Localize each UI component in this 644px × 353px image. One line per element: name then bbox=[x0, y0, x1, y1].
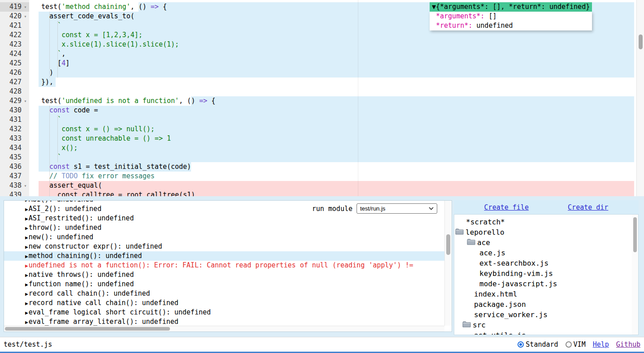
code-editor[interactable]: test('method chaining', () => {assert_co… bbox=[0, 0, 644, 196]
editor-scrollbar-thumb[interactable] bbox=[639, 34, 643, 49]
line-number: 427 bbox=[0, 77, 22, 87]
fold-arrow-icon[interactable]: ▾ bbox=[22, 181, 29, 190]
tree-scrollbar-thumb[interactable] bbox=[633, 217, 637, 252]
tooltip-property-row[interactable]: *return*: undefined bbox=[436, 21, 590, 30]
code-line[interactable]: const unreachable = () => 1 bbox=[0, 134, 644, 143]
tree-directory[interactable]: src bbox=[454, 320, 638, 330]
gutter-row: 438▾ bbox=[0, 181, 29, 190]
code-line[interactable]: const code = bbox=[0, 106, 644, 115]
test-result-item[interactable]: ▶ASI_restrited(): undefined bbox=[4, 214, 444, 223]
test-result-item[interactable]: ▶throw(): undefined bbox=[4, 223, 444, 232]
code-line[interactable] bbox=[0, 87, 644, 96]
fold-arrow-icon[interactable]: ▾ bbox=[22, 12, 29, 21]
results-vscrollbar-thumb[interactable] bbox=[446, 234, 450, 255]
code-line[interactable]: }), bbox=[0, 77, 644, 87]
test-result-item[interactable]: ▶new constructor expr(): undefined bbox=[4, 242, 444, 251]
property-value: undefined bbox=[472, 22, 513, 30]
expand-arrow-icon[interactable]: ▶ bbox=[25, 319, 28, 325]
expand-arrow-icon[interactable]: ▶ bbox=[25, 216, 28, 222]
expand-arrow-icon[interactable]: ▶ bbox=[25, 225, 28, 231]
tree-vertical-scrollbar[interactable] bbox=[632, 215, 638, 335]
test-result-label: ASI(): undefined bbox=[29, 200, 94, 203]
token-number: 4 bbox=[61, 59, 65, 67]
expand-arrow-icon[interactable]: ▶ bbox=[25, 301, 28, 306]
create-dir-link[interactable]: Create dir bbox=[568, 203, 608, 211]
code-line[interactable]: const x = [1,2,3,4]; bbox=[0, 30, 644, 40]
expand-arrow-icon[interactable]: ▶ bbox=[25, 254, 28, 259]
tree-file[interactable]: keybinding-vim.js bbox=[454, 268, 638, 279]
tree-directory[interactable]: ace bbox=[454, 237, 638, 248]
line-number: 431 bbox=[0, 115, 22, 125]
test-result-item[interactable]: ▶method chaining(): undefined bbox=[4, 251, 444, 261]
code-line[interactable]: test('undefined is not a function', () =… bbox=[0, 96, 644, 106]
fold-spacer bbox=[22, 143, 29, 153]
expand-arrow-icon[interactable]: ▶ bbox=[25, 291, 28, 297]
gutter-row: 426 bbox=[0, 68, 29, 77]
expand-arrow-icon[interactable]: ▶ bbox=[25, 200, 28, 203]
results-vertical-scrollbar[interactable] bbox=[444, 201, 452, 326]
fold-arrow-icon[interactable]: ▾ bbox=[22, 2, 29, 12]
expand-arrow-icon[interactable]: ▶ bbox=[25, 272, 28, 278]
expand-arrow-icon[interactable]: ▶ bbox=[25, 235, 28, 241]
collapse-arrow-icon[interactable]: ▼ bbox=[432, 3, 436, 11]
code-line[interactable]: ) bbox=[0, 68, 644, 77]
tree-file[interactable]: package.json bbox=[454, 299, 638, 310]
help-link[interactable]: Help bbox=[593, 340, 609, 349]
tooltip-property-row[interactable]: *arguments*: [] bbox=[436, 12, 590, 21]
test-result-item[interactable]: ▶new(): undefined bbox=[4, 232, 444, 242]
tree-file[interactable]: service_worker.js bbox=[454, 310, 638, 320]
test-result-item[interactable]: ▶record native call chain(): undefined bbox=[4, 298, 444, 308]
fold-arrow-icon[interactable]: ▾ bbox=[22, 96, 29, 106]
tree-directory[interactable]: leporello bbox=[454, 227, 638, 237]
line-number: 428 bbox=[0, 87, 22, 96]
code-line[interactable]: ` bbox=[0, 153, 644, 162]
radio-vim-icon[interactable] bbox=[566, 341, 572, 348]
run-module-select[interactable]: test/run.js bbox=[357, 203, 437, 214]
tree-file[interactable]: ace.js bbox=[454, 248, 638, 258]
github-link[interactable]: Github bbox=[616, 340, 640, 349]
tree-file[interactable]: index.html bbox=[454, 289, 638, 299]
tree-file[interactable]: mode-javascript.js bbox=[454, 279, 638, 289]
radio-standard-icon[interactable] bbox=[518, 341, 524, 348]
tree-file[interactable]: *scratch* bbox=[454, 217, 638, 227]
code-line[interactable]: ` bbox=[0, 115, 644, 125]
test-result-item[interactable]: ▶eval_frame logical short circuit(): und… bbox=[4, 308, 444, 317]
expand-arrow-icon[interactable]: ▶ bbox=[25, 244, 28, 250]
chevron-down-icon bbox=[429, 207, 434, 210]
line-number: 437 bbox=[0, 172, 22, 181]
test-result-item[interactable]: ▶undefined is not a function(): Error: F… bbox=[4, 261, 444, 270]
test-result-label: method chaining(): undefined bbox=[29, 252, 142, 260]
code-line[interactable]: // TODO fix error messages bbox=[0, 172, 644, 181]
expand-arrow-icon[interactable]: ▶ bbox=[25, 207, 28, 212]
code-line[interactable]: const x = () => null(); bbox=[0, 125, 644, 134]
test-result-item[interactable]: ▶native throws(): undefined bbox=[4, 270, 444, 280]
gutter-row: 421 bbox=[0, 21, 29, 30]
code-line[interactable]: x.slice(1).slice(1).slice(1); bbox=[0, 40, 644, 49]
code-line[interactable]: const s1 = test_initial_state(code) bbox=[0, 162, 644, 172]
test-result-item[interactable]: ▶record call chain(): undefined bbox=[4, 289, 444, 298]
tooltip-header[interactable]: ▼{*arguments*: [], *return*: undefined} bbox=[430, 2, 592, 12]
test-result-label: throw(): undefined bbox=[29, 224, 102, 232]
token-keyword: => bbox=[199, 97, 207, 105]
keybinding-standard-option[interactable]: Standard bbox=[518, 340, 558, 349]
code-line[interactable]: assert_equal( bbox=[0, 181, 644, 190]
code-line[interactable]: [4] bbox=[0, 59, 644, 68]
results-horizontal-scrollbar[interactable] bbox=[4, 326, 444, 331]
line-number: 422 bbox=[0, 30, 22, 40]
keybinding-vim-option[interactable]: VIM bbox=[566, 340, 586, 349]
test-result-item[interactable]: ▶eval_frame array_literal(): undefined bbox=[4, 317, 444, 326]
expand-arrow-icon[interactable]: ▶ bbox=[25, 310, 28, 316]
expand-arrow-icon[interactable]: ▶ bbox=[25, 282, 28, 288]
tree-file[interactable]: ext-searchbox.js bbox=[454, 258, 638, 268]
tree-file[interactable]: ast_utils.js bbox=[454, 330, 638, 335]
token-string: 'method chaining' bbox=[61, 3, 131, 11]
code-line[interactable]: x(); bbox=[0, 143, 644, 153]
results-hscrollbar-thumb[interactable] bbox=[5, 327, 170, 331]
editor-vertical-scrollbar[interactable] bbox=[636, 0, 644, 196]
line-number: 419 bbox=[0, 2, 22, 12]
create-file-link[interactable]: Create file bbox=[484, 203, 529, 211]
expand-arrow-icon[interactable]: ▶ bbox=[25, 263, 28, 269]
code-line[interactable]: const calltree = root_calltree(s1) bbox=[0, 190, 644, 196]
test-result-item[interactable]: ▶function name(): undefined bbox=[4, 280, 444, 289]
code-line[interactable]: `, bbox=[0, 49, 644, 59]
